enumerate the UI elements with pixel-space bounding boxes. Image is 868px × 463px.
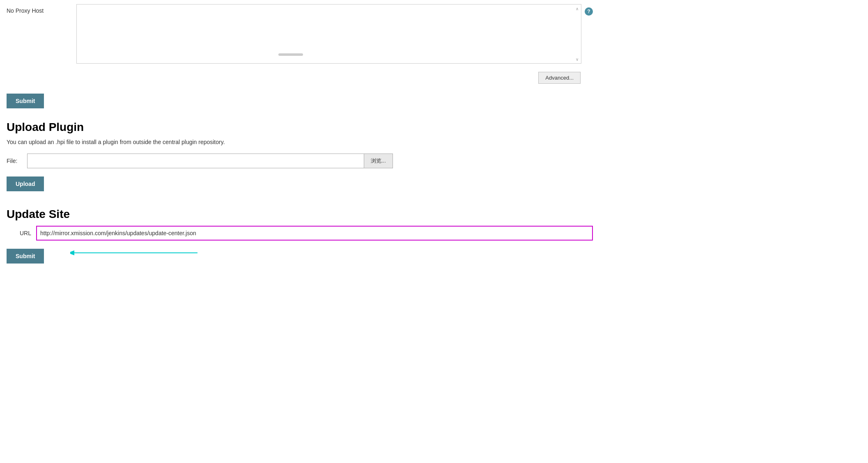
url-label: URL — [7, 230, 31, 236]
file-input[interactable] — [28, 154, 364, 168]
url-input[interactable] — [36, 226, 593, 241]
upload-plugin-description: You can upload an .hpi file to install a… — [7, 139, 593, 145]
upload-plugin-section: Upload Plugin You can upload an .hpi fil… — [7, 121, 593, 204]
upload-plugin-title: Upload Plugin — [7, 121, 593, 134]
proxy-textarea-container: ∧ ∨ — [76, 4, 581, 64]
update-site-title: Update Site — [7, 208, 593, 221]
upload-button[interactable]: Upload — [7, 176, 44, 191]
update-site-section: Update Site URL Submit — [7, 208, 593, 276]
proxy-host-label: No Proxy Host — [7, 4, 72, 14]
arrow-annotation — [70, 247, 202, 259]
file-label: File: — [7, 158, 23, 164]
submit-top-button[interactable]: Submit — [7, 94, 44, 108]
proxy-help-icon[interactable]: ? — [585, 7, 593, 16]
scrollbar-down-icon[interactable]: ∨ — [574, 56, 580, 62]
submit-bottom-button[interactable]: Submit — [7, 249, 44, 264]
scrollbar-up-icon[interactable]: ∧ — [574, 5, 580, 12]
browse-button[interactable]: 浏览... — [364, 154, 393, 168]
advanced-button[interactable]: Advanced... — [538, 72, 581, 84]
file-input-wrapper: 浏览... — [27, 154, 393, 168]
proxy-textarea[interactable] — [77, 5, 581, 62]
